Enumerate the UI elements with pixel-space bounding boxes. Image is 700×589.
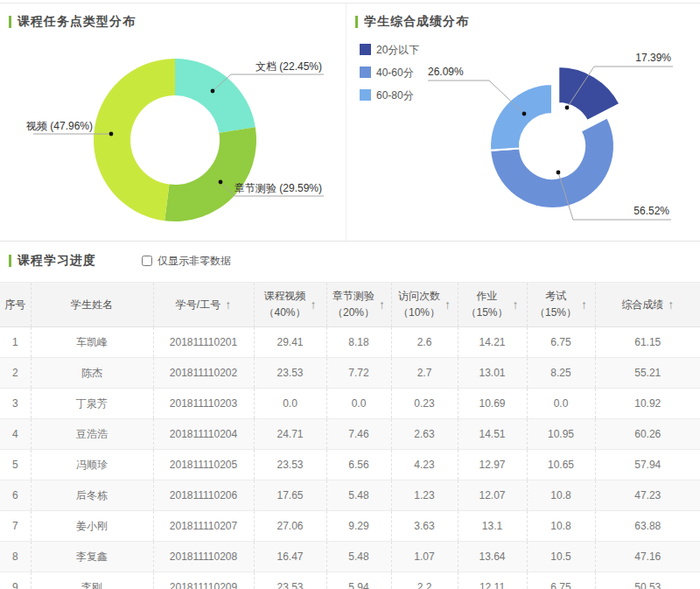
legend-swatch-40-60分[interactable]	[360, 67, 371, 78]
table-cell: 24.71	[254, 419, 326, 450]
task-type-title: 课程任务点类型分布	[18, 14, 136, 30]
nonzero-filter-checkbox[interactable]	[142, 256, 152, 266]
task-type-section-title: 课程任务点类型分布	[9, 14, 136, 30]
nonzero-filter-label: 仅显示非零数据	[158, 254, 231, 269]
legend-label[interactable]: 60-80分	[376, 89, 414, 102]
table-cell: 2.2	[391, 572, 458, 589]
table-cell: 9.29	[326, 511, 391, 542]
label-dot	[556, 171, 561, 175]
table-cell: 201811110204	[153, 419, 254, 450]
table-cell: 23.53	[254, 572, 326, 589]
sort-asc-icon[interactable]: ↑	[444, 298, 451, 312]
table-cell: 10.5	[527, 542, 595, 572]
table-cell: 冯顺珍	[31, 450, 153, 480]
table-cell: 201811110201	[153, 327, 254, 358]
table-cell: 4.23	[391, 450, 458, 480]
table-row: 2陈杰20181111020223.537.722.713.018.2555.2…	[0, 358, 700, 389]
sort-asc-icon[interactable]: ↑	[311, 298, 317, 312]
table-cell: 0.23	[391, 389, 458, 419]
label-dot	[219, 180, 223, 185]
column-header-id[interactable]: 学号/工号↑	[153, 283, 254, 327]
table-cell: 10.92	[595, 389, 700, 419]
table-cell: 14.51	[458, 419, 527, 450]
slice-label: 文档 (22.45%)	[256, 60, 322, 73]
legend-label[interactable]: 20分以下	[376, 44, 419, 56]
table-cell: 0.0	[254, 389, 326, 419]
table-cell: 12.11	[458, 572, 527, 589]
progress-table-head: 序号学生姓名学号/工号↑课程视频（40%）↑章节测验（20%）↑访问次数（10%…	[0, 283, 700, 327]
table-cell: 47.23	[595, 480, 700, 511]
table-cell: 2.7	[391, 358, 458, 389]
table-cell: 9	[0, 572, 31, 589]
legend-label[interactable]: 40-60分	[376, 67, 414, 79]
table-row: 1车凯峰20181111020129.418.182.614.216.7561.…	[0, 327, 700, 358]
column-header-exam[interactable]: 考试（15%）↑	[527, 283, 595, 327]
table-cell: 5.48	[326, 480, 391, 511]
table-cell: 豆浩浩	[31, 419, 153, 450]
table-cell: 姜小刚	[31, 511, 153, 542]
table-cell: 6.75	[527, 572, 595, 589]
table-row: 8李复鑫20181111020816.475.481.0713.6410.547…	[0, 542, 700, 572]
table-cell: 13.1	[458, 511, 527, 542]
table-cell: 12.97	[458, 450, 527, 480]
table-cell: 10.69	[458, 389, 527, 419]
column-header-visits[interactable]: 访问次数（10%）↑	[391, 283, 458, 327]
table-cell: 5.94	[326, 572, 391, 589]
table-cell: 0.0	[527, 389, 595, 419]
column-header-total[interactable]: 综合成绩↑	[595, 283, 700, 327]
table-cell: 55.21	[595, 358, 700, 389]
grade-distribution-panel: 学生综合成绩分布 17.39%26.09%56.52%20分以下40-60分60…	[346, 4, 700, 241]
table-cell: 201811110205	[153, 450, 254, 480]
column-header-video[interactable]: 课程视频（40%）↑	[254, 283, 326, 327]
table-cell: 6.56	[326, 450, 391, 480]
sort-asc-icon[interactable]: ↑	[225, 298, 231, 312]
sort-asc-icon[interactable]: ↑	[379, 298, 385, 312]
slice-label: 56.52%	[634, 205, 669, 217]
sort-asc-icon[interactable]: ↑	[581, 298, 587, 312]
table-cell: 3	[0, 389, 31, 419]
column-header-name: 学生姓名	[31, 283, 153, 327]
table-cell: 6.75	[527, 327, 595, 358]
table-cell: 2.6	[391, 327, 458, 358]
column-header-homework[interactable]: 作业（15%）↑	[458, 283, 527, 327]
table-cell: 16.47	[254, 542, 326, 572]
table-cell: 8.18	[326, 327, 391, 358]
table-cell: 201811110206	[153, 480, 254, 511]
table-cell: 13.64	[458, 542, 527, 572]
table-cell: 29.41	[254, 327, 326, 358]
table-cell: 57.94	[595, 450, 700, 480]
donut-slice-文档[interactable]	[175, 59, 256, 133]
donut-slice-视频[interactable]	[94, 59, 175, 221]
progress-table-body: 1车凯峰20181111020129.418.182.614.216.7561.…	[0, 327, 700, 589]
table-cell: 8	[0, 542, 31, 572]
sort-asc-icon[interactable]: ↑	[513, 298, 519, 312]
legend-swatch-60-80分[interactable]	[360, 89, 371, 101]
table-row: 3丁泉芳2018111102030.00.00.2310.690.010.92	[0, 389, 700, 419]
green-accent-bar	[355, 16, 358, 28]
table-cell: 23.53	[254, 450, 326, 480]
table-cell: 李刚	[31, 572, 153, 589]
table-cell: 10.65	[527, 450, 595, 480]
table-cell: 8.25	[527, 358, 595, 389]
table-cell: 5	[0, 450, 31, 480]
slice-label: 26.09%	[428, 66, 464, 78]
table-cell: 5.48	[326, 542, 391, 572]
table-cell: 27.06	[254, 511, 326, 542]
donut-slice-60-80分[interactable]	[490, 84, 552, 151]
table-cell: 1.07	[391, 542, 458, 572]
table-cell: 14.21	[458, 327, 527, 358]
table-cell: 201811110208	[153, 542, 254, 572]
sort-asc-icon[interactable]: ↑	[668, 298, 674, 312]
grade-distribution-donut-chart: 17.39%26.09%56.52%20分以下40-60分60-80分	[346, 4, 700, 241]
task-type-panel: 课程任务点类型分布 文档 (22.45%)章节测验 (29.59%)视频 (47…	[0, 4, 346, 241]
table-cell: 2.63	[391, 419, 458, 450]
green-accent-bar	[9, 16, 11, 28]
column-header-index: 序号	[0, 283, 31, 327]
legend-swatch-20分以下[interactable]	[360, 44, 371, 55]
table-cell: 李复鑫	[31, 542, 153, 572]
donut-slice-章节测验[interactable]	[164, 127, 256, 221]
table-cell: 50.53	[595, 572, 700, 589]
column-header-quiz[interactable]: 章节测验（20%）↑	[326, 283, 391, 327]
charts-row: 课程任务点类型分布 文档 (22.45%)章节测验 (29.59%)视频 (47…	[0, 3, 700, 242]
table-cell: 0.0	[326, 389, 391, 419]
